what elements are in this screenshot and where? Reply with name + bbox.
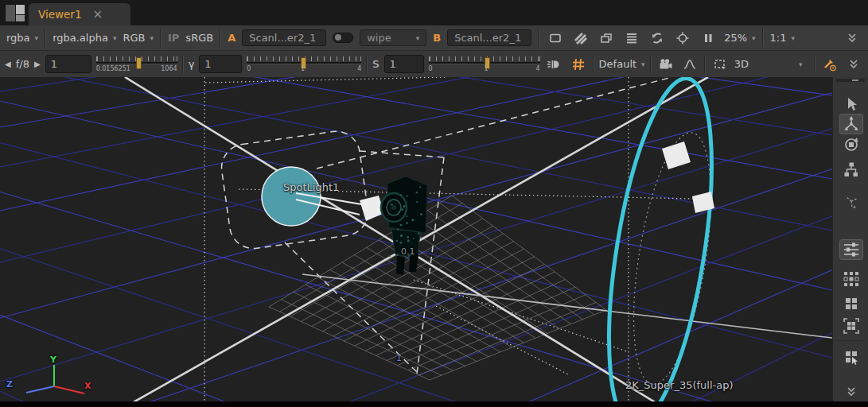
roi-target-icon[interactable] <box>673 29 692 48</box>
overlay-panels-icon[interactable] <box>597 29 616 48</box>
refresh-icon[interactable] <box>648 29 667 48</box>
saturation-input[interactable]: 1 <box>384 55 424 73</box>
gain-slider-handle[interactable] <box>136 57 142 69</box>
divider <box>814 56 815 73</box>
zoom-level-dropdown[interactable]: 25%▾ <box>724 32 755 44</box>
chevron-down-icon: ▾ <box>35 34 39 42</box>
bottom-edge-bar <box>0 401 868 407</box>
divider <box>838 340 863 341</box>
layout-anchors-icon[interactable] <box>839 269 863 289</box>
fstop-next-icon[interactable]: ▶ <box>34 60 41 68</box>
divider <box>366 56 368 73</box>
pause-icon[interactable] <box>699 29 718 48</box>
layout-select-icon[interactable] <box>839 347 863 367</box>
scene-hierarchy-icon[interactable] <box>839 159 863 180</box>
toggle-knob <box>335 34 341 41</box>
grid-toggle-icon[interactable] <box>569 55 588 74</box>
stack-lines-icon[interactable] <box>622 29 641 48</box>
select-tool-cursor-icon[interactable] <box>839 94 863 114</box>
chevron-down-icon: ▾ <box>799 60 803 68</box>
viewer-colorspace-button[interactable]: sRGB <box>185 32 213 44</box>
divider <box>182 56 184 73</box>
chevron-down-icon: ▾ <box>792 34 796 42</box>
camera-icon[interactable] <box>656 55 675 74</box>
divider <box>45 29 46 47</box>
lut-curve-icon[interactable] <box>680 55 699 74</box>
channels-dropdown[interactable]: rgba▾ <box>6 32 38 44</box>
layout-grid-icon[interactable] <box>839 293 863 314</box>
translate-tool-icon[interactable] <box>839 114 863 134</box>
interaction-lock-dropdown[interactable]: Default▾ <box>599 58 645 70</box>
marquee-select-icon[interactable] <box>710 55 730 74</box>
gamma-slider[interactable]: 0 1 4 <box>247 55 361 74</box>
wipe-toggle[interactable] <box>333 33 353 43</box>
input-b-source[interactable]: Scanl...er2_1 <box>447 29 531 46</box>
fit-viewport-icon[interactable] <box>839 316 863 336</box>
axis-handles-icon[interactable] <box>839 191 863 211</box>
gain-input[interactable]: 1 <box>45 55 91 73</box>
format-border-icon[interactable] <box>546 29 565 48</box>
fstop-prev-icon[interactable]: ◀ <box>5 60 11 68</box>
input-process-button[interactable]: IP <box>168 32 179 44</box>
tab-close-icon[interactable]: × <box>92 9 103 21</box>
collapse-toolbar-icon[interactable] <box>843 29 862 48</box>
collapse-sidebar-icon[interactable] <box>839 382 863 402</box>
divider <box>593 56 594 73</box>
divider <box>220 29 221 47</box>
chevron-down-icon: ▾ <box>113 34 117 42</box>
gamma-input[interactable]: 1 <box>199 55 242 73</box>
display-style-dropdown[interactable]: RGB▾ <box>123 32 154 44</box>
viewer-toolbar-exposure: ◀ f/8 ▶ 1 0.0156251 1064 γ 1 0 1 4 S 1 <box>0 51 868 77</box>
viewer-toolbar-top: rgba▾ rgba.alpha▾ RGB▾ IP sRGB A Scanl..… <box>0 25 868 51</box>
input-a-source[interactable]: Scanl...er2_1 <box>242 29 326 46</box>
headlamp-icon[interactable] <box>545 55 564 74</box>
viewer-settings-sliders-icon[interactable] <box>839 239 863 260</box>
rotate-tool-icon[interactable] <box>839 134 863 155</box>
divider <box>650 56 652 73</box>
gain-slider[interactable]: 0.0156251 1064 <box>96 55 177 74</box>
saturation-slider[interactable]: 0 1 4 <box>429 55 540 74</box>
gamma-label: γ <box>189 58 195 70</box>
chevron-down-icon: ▾ <box>641 60 645 68</box>
nuke-viewer-window: Viewer1 × rgba▾ rgba.alpha▾ RGB▾ IP sRGB… <box>0 0 868 407</box>
chevron-down-icon: ▾ <box>752 34 756 42</box>
wipe-dropdown[interactable]: wipe▾ <box>360 29 426 46</box>
divider <box>704 56 706 73</box>
tab-bar: Viewer1 × <box>0 0 868 25</box>
chevron-down-icon: ▾ <box>150 34 154 42</box>
input-b-label: B <box>433 32 441 44</box>
layer-dropdown[interactable]: rgba.alpha▾ <box>53 32 116 44</box>
checkerboard-icon[interactable] <box>571 29 590 48</box>
viewport-toolbar-sidebar <box>832 77 868 401</box>
divider <box>538 29 539 47</box>
input-a-label: A <box>228 32 235 44</box>
tab-title: Viewer1 <box>38 8 81 21</box>
collapse-toolbar-icon[interactable] <box>844 55 863 74</box>
divider <box>762 29 764 47</box>
viewer-3d-viewport[interactable]: SpotLight1 0.1 1 2K_Super_35(full-ap) Y … <box>0 77 832 401</box>
chevron-down-icon: ▾ <box>416 34 420 42</box>
view-select-dropdown[interactable]: 3D▾ <box>734 58 803 70</box>
saturation-label: S <box>372 58 379 70</box>
sidebar-grip[interactable] <box>836 79 865 82</box>
fstop-label: f/8 <box>16 58 29 70</box>
pixel-aspect-dropdown[interactable]: 1:1▾ <box>770 32 795 44</box>
divider <box>160 29 162 47</box>
color-sample-eyedropper-icon[interactable] <box>820 55 839 74</box>
tab-viewer1[interactable]: Viewer1 × <box>29 3 130 25</box>
scene-3d[interactable] <box>0 77 832 401</box>
split-pane-icon[interactable] <box>5 4 25 22</box>
